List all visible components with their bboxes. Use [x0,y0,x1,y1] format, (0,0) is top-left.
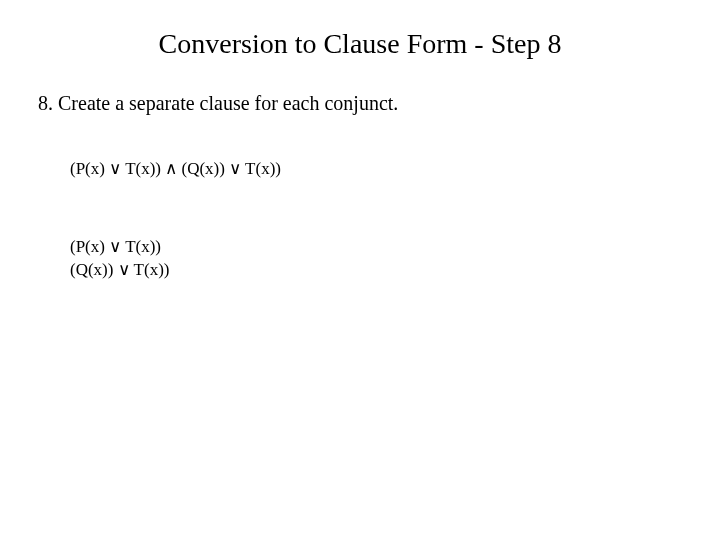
step-description: 8. Create a separate clause for each con… [38,92,398,115]
formula-separated-line-2: (Q(x)) ∨ T(x)) [70,259,169,282]
formula-combined: (P(x) ∨ T(x)) ∧ (Q(x)) ∨ T(x)) [70,158,281,179]
formula-separated: (P(x) ∨ T(x)) (Q(x)) ∨ T(x)) [70,236,169,282]
formula-separated-line-1: (P(x) ∨ T(x)) [70,236,169,259]
slide-title: Conversion to Clause Form - Step 8 [0,28,720,60]
